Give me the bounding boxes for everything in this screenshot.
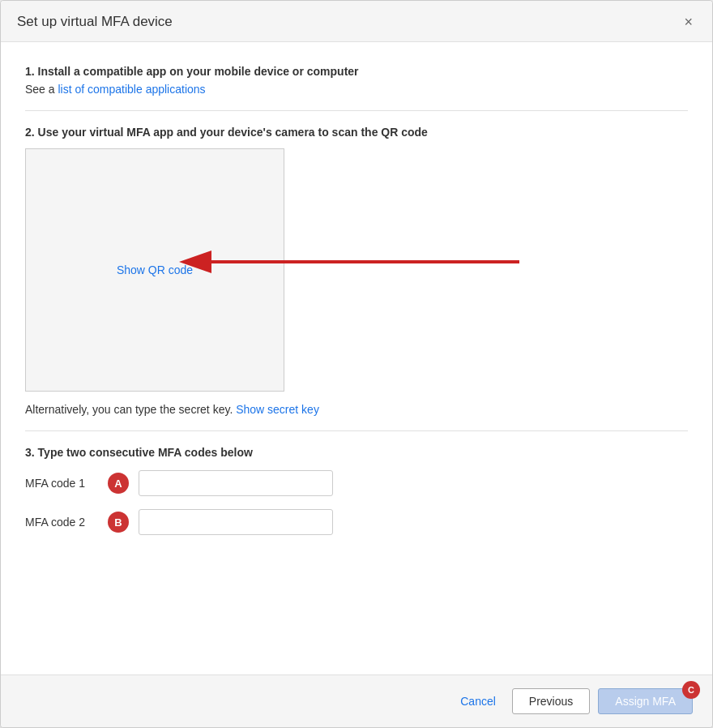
section-3: 3. Type two consecutive MFA codes below … [25,446,688,535]
mfa-field-row-1: MFA code 1 A [25,470,688,496]
section-3-number: 3. [25,446,35,459]
mfa-code-1-label: MFA code 1 [25,477,98,490]
divider-2 [25,430,688,431]
section-3-text: Type two consecutive MFA codes below [38,446,253,459]
mfa-code-1-input[interactable] [139,470,333,496]
section-2: 2. Use your virtual MFA app and your dev… [25,126,688,416]
assign-badge: C [682,681,700,699]
section-2-text: Use your virtual MFA app and your device… [38,126,428,139]
close-button[interactable]: × [681,15,696,29]
mfa-field-row-2: MFA code 2 B [25,509,688,535]
dialog-footer: Cancel Previous Assign MFA C [1,674,712,727]
show-secret-link[interactable]: Show secret key [236,403,319,416]
previous-button[interactable]: Previous [512,688,590,714]
qr-box: Show QR code [25,148,284,392]
section-2-number: 2. [25,126,35,139]
dialog-body: 1. Install a compatible app on your mobi… [1,42,712,674]
section-1-text: Install a compatible app on your mobile … [38,65,359,78]
setup-mfa-dialog: Set up virtual MFA device × 1. Install a… [0,0,713,728]
compatible-apps-link[interactable]: list of compatible applications [58,83,205,96]
alt-text: Alternatively, you can type the secret k… [25,403,688,416]
cancel-button[interactable]: Cancel [452,690,504,713]
section-1-number: 1. [25,65,35,78]
mfa-code-2-badge: B [108,512,129,533]
section-1-subtext: See a list of compatible applications [25,83,688,96]
mfa-code-1-badge: A [108,473,129,494]
dialog-title: Set up virtual MFA device [17,14,173,30]
mfa-code-2-label: MFA code 2 [25,516,98,529]
section-1: 1. Install a compatible app on your mobi… [25,65,688,96]
mfa-fields: MFA code 1 A MFA code 2 B [25,470,688,535]
divider-1 [25,110,688,111]
dialog-header: Set up virtual MFA device × [1,1,712,42]
section-3-header: 3. Type two consecutive MFA codes below [25,446,688,459]
mfa-code-2-input[interactable] [139,509,333,535]
qr-area: Show QR code [25,148,688,392]
assign-mfa-button[interactable]: Assign MFA C [598,688,693,714]
show-qr-link[interactable]: Show QR code [117,263,193,276]
section-1-header: 1. Install a compatible app on your mobi… [25,65,688,78]
section-2-header: 2. Use your virtual MFA app and your dev… [25,126,688,139]
